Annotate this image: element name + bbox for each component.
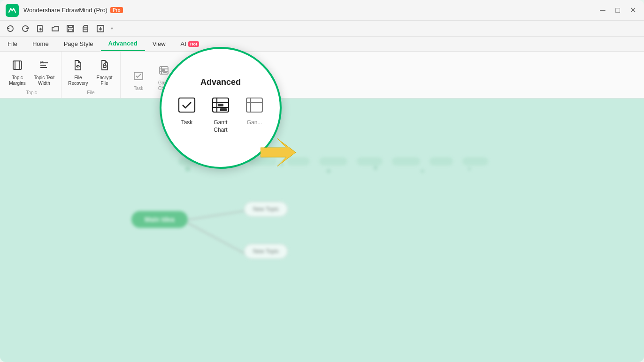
menu-bar: File Home Page Style Advanced View AI Ho… <box>0 37 644 52</box>
magnify-task-label: Task <box>181 119 193 127</box>
svg-rect-38 <box>218 104 223 106</box>
svg-rect-39 <box>220 108 227 111</box>
file-group-label: File <box>87 88 94 96</box>
close-button[interactable]: ✕ <box>627 5 638 16</box>
magnify-items: Task GanttChart <box>176 94 266 134</box>
topic-margins-button[interactable]: TopicMargins <box>6 58 29 88</box>
save-button[interactable] <box>64 22 77 35</box>
task-button[interactable]: Task <box>127 68 150 93</box>
minimize-button[interactable]: ─ <box>597 5 608 16</box>
encrypt-file-icon <box>99 60 110 74</box>
menu-view[interactable]: View <box>145 37 173 51</box>
quick-access-toolbar: ▾ <box>0 21 644 37</box>
pro-badge: Pro <box>110 7 123 13</box>
magnify-gantt2-icon <box>243 94 266 116</box>
magnify-gantt-icon <box>209 94 232 116</box>
app-logo <box>6 4 19 17</box>
topic-text-width-button[interactable]: |A| Topic TextWidth <box>31 58 57 88</box>
topic-text-width-label: Topic TextWidth <box>34 75 54 86</box>
magnify-gantt2-label: Gan... <box>247 119 262 127</box>
app-title: Wondershare EdrawMind (Pro) <box>23 7 107 14</box>
magnify-gantt-item: GanttChart <box>209 94 232 134</box>
svg-line-45 <box>183 220 244 253</box>
svg-line-44 <box>183 211 244 220</box>
file-recovery-button[interactable]: FileRecovery <box>65 58 91 88</box>
svg-rect-0 <box>38 25 42 32</box>
branch-node-1: New Topic <box>244 202 288 217</box>
print-button[interactable] <box>79 22 92 35</box>
topic-text-width-icon: |A| <box>38 60 50 74</box>
svg-rect-18 <box>103 65 106 68</box>
svg-rect-57 <box>357 157 383 166</box>
magnify-gantt-label: GanttChart <box>214 119 227 134</box>
menu-advanced[interactable]: Advanced <box>101 37 145 51</box>
svg-rect-24 <box>162 69 165 71</box>
title-bar: Wondershare EdrawMind (Pro) Pro ─ □ ✕ <box>0 0 644 21</box>
topic-margins-icon <box>12 60 23 74</box>
magnify-task-icon <box>176 94 198 116</box>
central-node: Main Idea <box>131 211 188 228</box>
svg-point-50 <box>421 169 424 173</box>
svg-rect-33 <box>179 98 195 112</box>
ai-hot-badge: Hot <box>188 41 199 47</box>
svg-rect-25 <box>163 72 167 73</box>
menu-ai[interactable]: AI Hot <box>173 37 207 51</box>
task-icon <box>133 70 144 84</box>
ribbon: TopicMargins |A| Topic TextWidth Topic <box>0 52 644 98</box>
svg-rect-10 <box>13 61 22 69</box>
svg-rect-58 <box>392 157 420 166</box>
menu-page-style[interactable]: Page Style <box>56 37 101 51</box>
undo-button[interactable] <box>4 22 17 35</box>
export-button[interactable] <box>94 22 107 35</box>
branch-node-2: New Topic <box>244 244 288 259</box>
encrypt-file-label: EncryptFile <box>97 75 113 86</box>
redo-button[interactable] <box>19 22 32 35</box>
svg-rect-6 <box>83 29 88 32</box>
encrypt-file-button[interactable]: EncryptFile <box>93 58 116 88</box>
task-label: Task <box>134 86 144 91</box>
connector-lines <box>0 98 644 362</box>
svg-rect-4 <box>69 25 72 28</box>
topic-group-label: Topic <box>26 88 37 96</box>
file-recovery-label: FileRecovery <box>68 75 88 86</box>
maximize-button[interactable]: □ <box>612 5 623 16</box>
canvas-area[interactable]: Main Idea New Topic New Topic <box>0 98 644 362</box>
menu-file[interactable]: File <box>0 37 25 51</box>
svg-rect-5 <box>69 29 72 31</box>
svg-point-49 <box>373 166 378 170</box>
svg-point-51 <box>468 167 471 171</box>
ribbon-group-topic: TopicMargins |A| Topic TextWidth Topic <box>2 52 61 98</box>
svg-rect-60 <box>462 157 488 166</box>
new-file-button[interactable] <box>34 22 47 35</box>
arrow-pointer <box>261 138 298 166</box>
topic-margins-label: TopicMargins <box>9 75 26 86</box>
magnify-gantt2-item: Gan... <box>243 94 266 127</box>
magnify-title: Advanced <box>200 77 241 87</box>
open-button[interactable] <box>49 22 62 35</box>
export-dropdown-arrow[interactable]: ▾ <box>109 26 115 31</box>
svg-point-46 <box>185 166 191 172</box>
svg-rect-40 <box>246 98 262 112</box>
svg-rect-59 <box>429 157 453 166</box>
svg-rect-56 <box>319 157 347 166</box>
svg-point-48 <box>326 169 331 173</box>
window-controls: ─ □ ✕ <box>597 5 638 16</box>
mindmap-container: Main Idea New Topic New Topic <box>0 98 644 362</box>
svg-text:|A|: |A| <box>40 60 45 64</box>
menu-home[interactable]: Home <box>25 37 56 51</box>
file-recovery-icon <box>72 60 84 74</box>
svg-marker-43 <box>261 138 296 166</box>
magnify-task-item: Task <box>176 94 198 127</box>
ribbon-group-file: FileRecovery EncryptFile File <box>61 52 120 98</box>
